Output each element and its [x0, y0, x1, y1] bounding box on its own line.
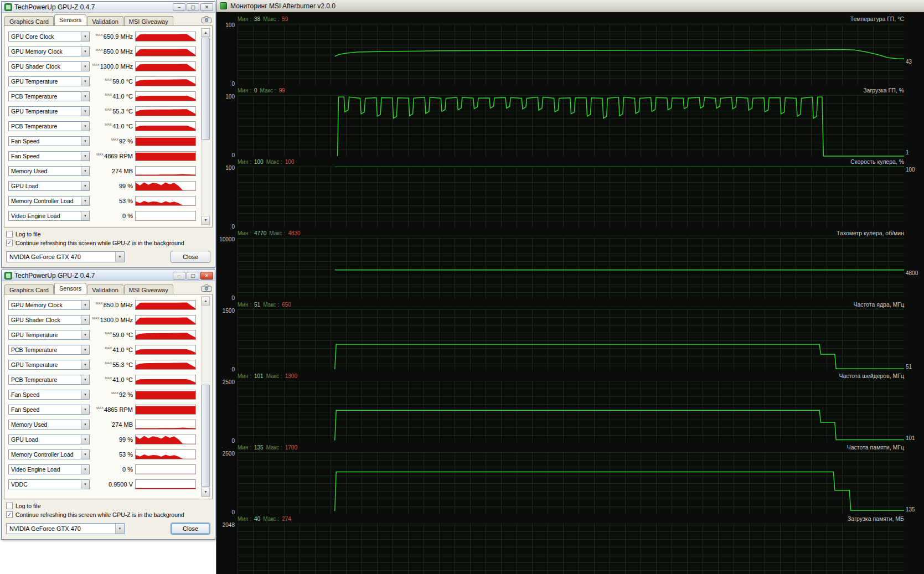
chevron-down-icon[interactable]: ▼ [81, 92, 89, 101]
minimize-button[interactable]: – [173, 272, 185, 280]
chevron-down-icon[interactable]: ▼ [81, 375, 89, 384]
scroll-thumb[interactable] [202, 38, 210, 140]
sensor-select[interactable]: GPU Temperature▼ [8, 330, 90, 340]
sensor-select[interactable]: Fan Speed▼ [8, 151, 90, 161]
tab-sensors[interactable]: Sensors [54, 283, 86, 294]
chevron-down-icon[interactable]: ▼ [81, 152, 89, 161]
tab-msi-giveaway[interactable]: MSI Giveaway [124, 16, 173, 26]
close-icon[interactable]: ✕ [200, 272, 213, 280]
minimize-button[interactable]: – [173, 3, 185, 11]
chevron-down-icon[interactable]: ▼ [81, 390, 89, 399]
scroll-thumb[interactable] [202, 385, 210, 487]
scroll-up-icon[interactable]: ▲ [202, 297, 210, 306]
titlebar[interactable]: TechPowerUp GPU-Z 0.4.7 – ▢ ✕ [2, 270, 215, 281]
chevron-down-icon[interactable]: ▼ [81, 301, 89, 309]
chevron-down-icon[interactable]: ▼ [81, 480, 89, 489]
sensor-select[interactable]: Memory Used▼ [8, 420, 90, 430]
tab-validation[interactable]: Validation [87, 285, 123, 294]
gpu-selector[interactable]: NVIDIA GeForce GTX 470 ▼ [6, 251, 125, 262]
sensor-select[interactable]: GPU Temperature▼ [8, 360, 90, 370]
camera-icon[interactable] [202, 284, 211, 291]
sensor-value: 99 % [92, 183, 133, 189]
chevron-down-icon[interactable]: ▼ [81, 196, 89, 205]
scrollbar[interactable]: ▲ ▼ [201, 28, 210, 225]
tab-graphics-card[interactable]: Graphics Card [4, 285, 54, 294]
checkbox-box[interactable] [6, 231, 13, 237]
sensor-select[interactable]: Memory Controller Load▼ [8, 449, 90, 459]
close-button[interactable]: Close [171, 251, 210, 263]
chevron-down-icon[interactable]: ▼ [81, 47, 89, 56]
continue-refreshing-checkbox[interactable]: ✓ Continue refreshing this screen while … [6, 511, 210, 518]
log-to-file-checkbox[interactable]: Log to file [6, 231, 210, 237]
sensor-select[interactable]: PCB Temperature▼ [8, 345, 90, 355]
chevron-down-icon[interactable]: ▼ [81, 420, 89, 429]
sensor-select[interactable]: GPU Memory Clock▼ [8, 300, 90, 310]
scrollbar[interactable]: ▲ ▼ [201, 296, 210, 497]
sensor-select[interactable]: GPU Shader Clock▼ [8, 61, 90, 71]
sensor-select[interactable]: GPU Load▼ [8, 435, 90, 444]
checkbox-box-checked[interactable]: ✓ [6, 511, 13, 518]
scroll-up-icon[interactable]: ▲ [202, 28, 210, 37]
chevron-down-icon[interactable]: ▼ [81, 167, 89, 175]
maximize-button[interactable]: ▢ [187, 272, 199, 280]
scroll-down-icon[interactable]: ▼ [202, 488, 210, 497]
chevron-down-icon[interactable]: ▼ [81, 122, 89, 131]
sensor-select[interactable]: VDDC▼ [8, 479, 90, 489]
scroll-down-icon[interactable]: ▼ [202, 216, 210, 225]
tab-validation[interactable]: Validation [87, 16, 123, 26]
sensor-select[interactable]: GPU Temperature▼ [8, 106, 90, 116]
camera-icon[interactable] [202, 15, 211, 23]
sensor-select[interactable]: GPU Core Clock▼ [8, 32, 90, 42]
sensor-select[interactable]: GPU Memory Clock▼ [8, 46, 90, 56]
chevron-down-icon[interactable]: ▼ [81, 450, 89, 459]
chevron-down-icon[interactable]: ▼ [81, 182, 89, 190]
current-value: 101 [906, 435, 915, 441]
sensor-select[interactable]: PCB Temperature▼ [8, 375, 90, 385]
tab-msi-giveaway[interactable]: MSI Giveaway [124, 285, 173, 294]
sensor-select[interactable]: GPU Load▼ [8, 181, 90, 191]
close-button[interactable]: Close [171, 523, 210, 535]
sensor-select[interactable]: PCB Temperature▼ [8, 121, 90, 131]
sensor-select[interactable]: Fan Speed▼ [8, 390, 90, 400]
titlebar[interactable]: TechPowerUp GPU-Z 0.4.7 – ▢ ✕ [2, 2, 215, 13]
chevron-down-icon[interactable]: ▼ [81, 405, 89, 414]
chevron-down-icon[interactable]: ▼ [81, 316, 89, 324]
sensor-select[interactable]: Memory Used▼ [8, 166, 90, 176]
sensor-graph [135, 91, 196, 101]
chevron-down-icon[interactable]: ▼ [81, 330, 89, 339]
checkbox-box[interactable] [6, 503, 13, 509]
gpu-selector[interactable]: NVIDIA GeForce GTX 470 ▼ [6, 523, 125, 534]
chevron-down-icon[interactable]: ▼ [81, 137, 89, 146]
sensor-select[interactable]: Video Engine Load▼ [8, 464, 90, 474]
sensor-graph [135, 151, 196, 161]
chevron-down-icon[interactable]: ▼ [115, 252, 124, 262]
tab-sensors[interactable]: Sensors [54, 14, 86, 25]
max-value: 99 [279, 87, 285, 94]
sensor-select[interactable]: Memory Controller Load▼ [8, 196, 90, 206]
max-tag: MAX [96, 302, 103, 305]
continue-refreshing-checkbox[interactable]: ✓ Continue refreshing this screen while … [6, 240, 210, 246]
sensor-select[interactable]: GPU Shader Clock▼ [8, 315, 90, 325]
maximize-button[interactable]: ▢ [187, 3, 199, 11]
chevron-down-icon[interactable]: ▼ [81, 465, 89, 474]
sensor-select[interactable]: Fan Speed▼ [8, 405, 90, 415]
sensor-select[interactable]: PCB Temperature▼ [8, 91, 90, 101]
chevron-down-icon[interactable]: ▼ [81, 211, 89, 220]
chevron-down-icon[interactable]: ▼ [81, 345, 89, 354]
chevron-down-icon[interactable]: ▼ [81, 107, 89, 116]
panel-axis: 25000 [216, 452, 238, 514]
chevron-down-icon[interactable]: ▼ [81, 62, 89, 71]
sensor-select[interactable]: Video Engine Load▼ [8, 211, 90, 221]
sensor-select[interactable]: Fan Speed▼ [8, 136, 90, 146]
sensor-select[interactable]: GPU Temperature▼ [8, 76, 90, 86]
chevron-down-icon[interactable]: ▼ [81, 77, 89, 86]
chevron-down-icon[interactable]: ▼ [81, 435, 89, 444]
chevron-down-icon[interactable]: ▼ [81, 360, 89, 369]
close-icon[interactable]: ✕ [200, 3, 213, 11]
chevron-down-icon[interactable]: ▼ [81, 32, 89, 41]
chevron-down-icon[interactable]: ▼ [115, 524, 124, 534]
checkbox-box-checked[interactable]: ✓ [6, 240, 13, 246]
tab-graphics-card[interactable]: Graphics Card [4, 16, 54, 26]
log-to-file-checkbox[interactable]: Log to file [6, 503, 210, 509]
afterburner-titlebar[interactable]: Мониторинг MSI Afterburner v2.0.0 [216, 0, 924, 12]
